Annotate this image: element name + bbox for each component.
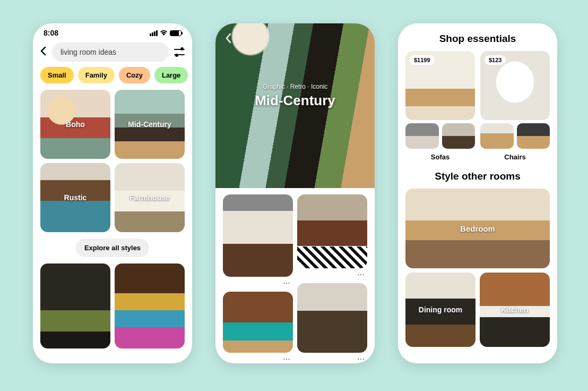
explore-all-button[interactable]: Explore all styles [76,239,149,257]
pin[interactable] [297,283,367,353]
style-hero: Graphic · Retro · Iconic Mid-Century [215,23,375,188]
shop-category-label: Sofas [405,153,475,161]
screen-style-detail: Graphic · Retro · Iconic Mid-Century ⋯⋯ … [215,23,375,363]
hero-tags: Graphic · Retro · Iconic [215,83,375,90]
shop-categories: $1199Sofas$123Chairs [398,51,557,161]
style-label: Rustic [64,193,87,202]
room-label: Dining room [419,305,462,314]
status-bar: 8:08 [33,23,192,39]
result-tile[interactable] [115,264,185,348]
shop-product[interactable]: $123 [480,51,550,120]
shop-thumb[interactable] [480,123,514,149]
filter-chip[interactable]: Small [40,67,74,83]
result-tile[interactable] [40,264,110,348]
filter-icon[interactable] [174,47,185,57]
rooms-grid: Bedroom Dining roomKitchen [398,189,557,347]
shop-section-title: Shop essentials [398,23,557,51]
search-input[interactable]: living room ideas [52,42,169,62]
shop-thumb[interactable] [517,123,550,149]
wifi-icon [160,29,168,37]
pin-overflow-icon[interactable]: ⋯ [223,279,293,287]
pin[interactable] [297,194,367,268]
pin-overflow-icon[interactable]: ⋯ [223,355,293,363]
shop-category[interactable]: $123Chairs [480,51,550,161]
shop-thumbs [480,123,550,149]
style-tile[interactable]: Rustic [40,163,110,232]
pin-overflow-icon[interactable]: ⋯ [297,355,367,363]
style-label: Farmhouse [129,193,169,202]
room-label: Kitchen [501,305,528,314]
filter-chip[interactable]: Family [78,67,115,83]
more-results-grid [33,264,192,348]
pin-image [223,194,293,277]
room-tile-bedroom[interactable]: Bedroom [405,189,550,268]
price-badge: $123 [485,55,506,65]
filter-chip[interactable]: Large [154,67,188,83]
rooms-section-title: Style other rooms [398,161,557,189]
pin-masonry[interactable]: ⋯⋯ ⋯⋯ [215,188,375,363]
status-time: 8:08 [44,29,58,37]
hero-title: Mid-Century [215,92,375,109]
shop-category-label: Chairs [480,153,550,161]
result-image [40,264,110,348]
pin-image [297,283,367,353]
back-button[interactable] [225,33,232,46]
pin-overflow-icon[interactable]: ⋯ [297,270,367,279]
pin[interactable] [223,194,293,277]
style-label: Mid-Century [128,120,171,129]
pin-image [223,292,293,353]
price-badge: $1199 [410,55,435,65]
style-label: Boho [66,120,85,129]
style-grid: BohoMid-CenturyRusticFarmhouse [33,90,192,232]
screen-shop-related: Shop essentials $1199Sofas$123Chairs Sty… [398,23,557,363]
shop-thumbs [405,123,475,149]
battery-icon [170,30,181,36]
style-tile[interactable]: Mid-Century [115,90,185,159]
signal-icon [150,30,158,36]
search-row: living room ideas [33,39,192,67]
room-tile[interactable]: Kitchen [480,273,550,347]
style-tile[interactable]: Boho [40,90,110,159]
explore-row: Explore all styles [33,232,192,264]
room-tile[interactable]: Dining room [405,273,475,347]
shop-thumb[interactable] [442,123,475,149]
back-button[interactable] [40,47,47,58]
shop-thumb[interactable] [405,123,439,149]
result-image [115,264,185,348]
shop-product[interactable]: $1199 [405,51,475,120]
pin-image [297,194,367,268]
filter-chips[interactable]: SmallFamilyCozyLargeLayo [33,67,192,90]
status-icons [150,29,181,37]
style-tile[interactable]: Farmhouse [115,163,185,232]
shop-category[interactable]: $1199Sofas [405,51,475,161]
room-label: Bedroom [460,224,495,233]
filter-chip[interactable]: Cozy [119,67,150,83]
screen-search-results: 8:08 living room ideas SmallFamilyCozyLa… [33,23,192,363]
pin[interactable] [223,292,293,353]
